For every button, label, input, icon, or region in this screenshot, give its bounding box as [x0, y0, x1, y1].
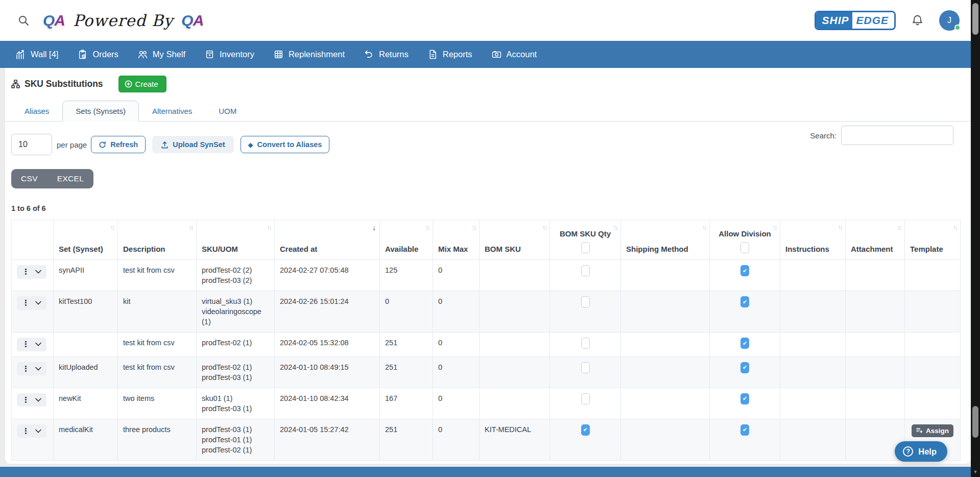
- kebab-menu-icon[interactable]: ⋮: [22, 364, 30, 374]
- sort-icon[interactable]: ↑↓: [773, 224, 777, 231]
- chevron-down-icon[interactable]: [35, 398, 41, 402]
- bom-sku-qty-checkbox[interactable]: [581, 265, 590, 276]
- sort-icon[interactable]: ↑↓: [953, 224, 957, 231]
- nav-item-inventory[interactable]: Inventory: [195, 41, 264, 68]
- tab-alternatives[interactable]: Alternatives: [139, 101, 205, 121]
- bom-sku-qty-header-checkbox[interactable]: [581, 242, 590, 253]
- allow-division-checkbox[interactable]: [740, 338, 749, 349]
- row-actions[interactable]: ⋮: [17, 265, 46, 279]
- sort-icon-active-desc[interactable]: ↑↓: [372, 224, 376, 232]
- allow-division-checkbox[interactable]: [740, 424, 749, 436]
- nav-item-returns[interactable]: Returns: [354, 41, 418, 68]
- sort-icon[interactable]: ↑↓: [189, 224, 193, 231]
- allow-division-checkbox[interactable]: [740, 362, 749, 373]
- notifications-bell-icon[interactable]: [911, 14, 924, 27]
- sort-icon[interactable]: ↑↓: [110, 224, 114, 231]
- csv-export-button[interactable]: CSV: [11, 169, 47, 188]
- assign-template-button[interactable]: Assign: [912, 424, 953, 437]
- kebab-menu-icon[interactable]: ⋮: [22, 426, 30, 437]
- tab-sets-synsets[interactable]: Sets (Synsets): [62, 101, 139, 122]
- tab-uom[interactable]: UOM: [205, 101, 250, 121]
- column-header-bom-sku-qty[interactable]: ↑↓BOM SKU Qty: [550, 220, 621, 260]
- per-page-label: per page: [57, 140, 87, 149]
- bom-sku-qty-checkbox[interactable]: [581, 393, 590, 404]
- row-actions[interactable]: ⋮: [17, 296, 46, 310]
- row-actions[interactable]: ⋮: [17, 424, 46, 438]
- my-shelf-people-icon: [138, 50, 148, 59]
- table-row: ⋮ newKit two items sku01 (1) prodTest-03…: [12, 388, 961, 419]
- column-header-description[interactable]: ↑↓Description: [118, 220, 197, 260]
- main-navigation: Wall [4] Orders My Shelf Inventory Reple…: [0, 41, 980, 68]
- bom-sku-qty-checkbox[interactable]: [581, 296, 590, 307]
- reports-file-icon: [428, 50, 438, 59]
- column-header-attachment[interactable]: ↑↓Attachment: [846, 220, 905, 260]
- kebab-menu-icon[interactable]: ⋮: [22, 395, 30, 406]
- column-header-shipping-method[interactable]: ↑↓Shipping Method: [621, 220, 710, 260]
- nav-item-reports[interactable]: Reports: [418, 41, 482, 68]
- refresh-button[interactable]: Refresh: [91, 136, 146, 153]
- chevron-down-icon[interactable]: [35, 270, 41, 274]
- column-header-instructions[interactable]: ↑↓Instructions: [780, 220, 846, 260]
- sort-icon[interactable]: ↑↓: [613, 224, 617, 231]
- upload-icon: [161, 141, 169, 149]
- bom-sku-qty-checkbox[interactable]: [581, 362, 590, 373]
- column-header-template[interactable]: ↑↓Template: [905, 220, 961, 260]
- bom-sku-qty-checkbox[interactable]: [581, 424, 590, 436]
- column-header-available[interactable]: ↑↓Available: [380, 220, 433, 260]
- row-actions[interactable]: ⋮: [17, 362, 46, 376]
- user-avatar[interactable]: J: [939, 10, 960, 31]
- nav-item-wall[interactable]: Wall [4]: [6, 41, 68, 68]
- kebab-menu-icon[interactable]: ⋮: [22, 339, 30, 350]
- sort-icon[interactable]: ↑↓: [425, 224, 429, 231]
- nav-item-replenishment[interactable]: Replenishment: [264, 41, 354, 68]
- allow-division-header-checkbox[interactable]: [740, 242, 749, 253]
- column-header-allow-division[interactable]: ↑↓Allow Division: [710, 220, 780, 260]
- page-scrollbar[interactable]: ▼: [971, 0, 980, 477]
- sort-icon[interactable]: ↑↓: [542, 224, 546, 231]
- per-page-input[interactable]: [11, 134, 52, 155]
- allow-division-checkbox[interactable]: [740, 393, 749, 404]
- allow-division-checkbox[interactable]: [740, 265, 749, 276]
- cell-set-synset: kitTest100: [54, 291, 118, 332]
- sort-icon[interactable]: ↑↓: [838, 224, 842, 231]
- chevron-down-icon[interactable]: [35, 342, 41, 346]
- chevron-down-icon[interactable]: [35, 301, 41, 305]
- scrollbar-thumb-lower[interactable]: [972, 406, 978, 438]
- upload-synset-button[interactable]: Upload SynSet: [152, 136, 233, 153]
- cell-bom-sku: [480, 332, 550, 357]
- column-header-mix-max[interactable]: ↑↓Mix Max: [433, 220, 480, 260]
- table-search-input[interactable]: [841, 126, 953, 145]
- cell-available: 125: [380, 260, 433, 291]
- tab-aliases[interactable]: Aliases: [11, 101, 62, 121]
- page-title: SKU Substitutions: [11, 79, 103, 89]
- chevron-down-icon[interactable]: [35, 429, 41, 433]
- excel-export-button[interactable]: EXCEL: [47, 169, 93, 188]
- row-actions[interactable]: ⋮: [17, 338, 46, 351]
- convert-to-aliases-button[interactable]: ◆ Convert to Aliases: [241, 136, 330, 153]
- kebab-menu-icon[interactable]: ⋮: [22, 298, 30, 308]
- row-actions[interactable]: ⋮: [17, 393, 46, 407]
- scrollbar-thumb[interactable]: [972, 3, 978, 35]
- cell-bom-sku: [480, 356, 550, 388]
- sort-icon[interactable]: ↑↓: [472, 224, 476, 231]
- chevron-down-icon[interactable]: [35, 367, 41, 371]
- search-icon[interactable]: [17, 14, 30, 27]
- avatar-initial: J: [947, 16, 951, 25]
- sort-icon[interactable]: ↑↓: [897, 224, 901, 231]
- create-button[interactable]: Create: [118, 76, 166, 92]
- cell-sku-uom: sku01 (1) prodTest-03 (1): [197, 388, 275, 419]
- scroll-down-arrow-icon[interactable]: ▼: [971, 470, 980, 474]
- allow-division-checkbox[interactable]: [740, 296, 749, 307]
- nav-item-orders[interactable]: Orders: [68, 41, 128, 68]
- column-header-bom-sku[interactable]: ↑↓BOM SKU: [480, 220, 550, 260]
- bom-sku-qty-checkbox[interactable]: [581, 338, 590, 349]
- sort-icon[interactable]: ↑↓: [702, 224, 706, 231]
- nav-item-my-shelf[interactable]: My Shelf: [128, 41, 195, 68]
- sort-icon[interactable]: ↑↓: [267, 224, 271, 231]
- column-header-created-at[interactable]: ↑↓Created at: [275, 220, 380, 260]
- kebab-menu-icon[interactable]: ⋮: [22, 267, 30, 277]
- column-header-set-synset[interactable]: ↑↓Set (Synset): [54, 220, 118, 260]
- help-button[interactable]: ? Help: [895, 441, 947, 462]
- nav-item-account[interactable]: Account: [482, 41, 547, 68]
- column-header-sku-uom[interactable]: ↑↓SKU/UOM: [197, 220, 275, 260]
